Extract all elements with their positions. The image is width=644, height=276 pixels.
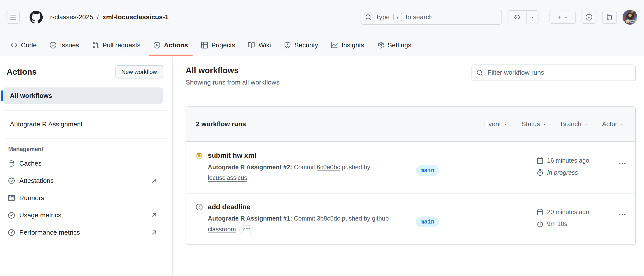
sidebar-item-label: Performance metrics [19, 229, 80, 236]
git-pull-request-icon [92, 42, 99, 48]
tab-insights[interactable]: Insights [328, 34, 368, 56]
create-new-button[interactable] [550, 10, 576, 24]
external-link-icon [151, 212, 157, 218]
run-description: Autograde R Assignment #1: Commit 3b8c5d… [208, 213, 394, 234]
copilot-menu-button[interactable] [526, 10, 538, 24]
breadcrumb-owner[interactable]: r-classes-2025 [50, 13, 93, 21]
tab-code[interactable]: Code [7, 34, 40, 56]
sidebar-divider [4, 138, 168, 138]
commit-sha-link[interactable]: 6c0a0bc [317, 164, 340, 170]
actor-link[interactable]: locusclassicus [208, 174, 247, 181]
run-workflow-ref: Autograde R Assignment #2: [208, 164, 292, 170]
triangle-down-icon [584, 122, 588, 126]
git-pull-request-icon [606, 14, 613, 20]
chevron-down-icon [530, 15, 534, 19]
shield-icon [284, 42, 291, 48]
sidebar-item-label: Caches [19, 160, 42, 167]
new-workflow-button[interactable]: New workflow [115, 65, 163, 78]
commit-sha-link[interactable]: 3b8c5dc [317, 215, 340, 222]
sidebar-item-workflow[interactable]: Autograde R Assignment [7, 118, 163, 132]
meter-icon [8, 212, 15, 218]
filter-event-dropdown[interactable]: Event [484, 120, 508, 128]
branch-badge[interactable]: main [416, 216, 439, 227]
github-logo[interactable] [30, 10, 42, 24]
hamburger-menu-button[interactable] [7, 10, 20, 24]
sidebar-item-attestations[interactable]: Attestations [7, 172, 163, 190]
header-divider [544, 13, 544, 21]
issues-dashboard-button[interactable] [582, 10, 596, 24]
code-icon [10, 42, 17, 48]
server-icon [8, 195, 15, 201]
chevron-down-icon [564, 15, 568, 19]
bot-badge: bot [239, 225, 253, 234]
pushed-by-text: pushed by [342, 215, 370, 222]
branch-badge[interactable]: main [416, 165, 439, 176]
management-heading: Management [8, 146, 163, 152]
tab-wiki[interactable]: Wiki [245, 34, 275, 56]
global-search-input[interactable]: Type / to search [361, 10, 502, 24]
top-header: r-classes-2025 / xml-locusclassicus-1 Ty… [0, 0, 644, 34]
issue-opened-icon [586, 14, 592, 20]
in-progress-icon [196, 152, 202, 183]
filter-actor-dropdown[interactable]: Actor [602, 120, 624, 128]
stopwatch-icon [537, 169, 544, 176]
run-description: Autograde R Assignment #2: Commit 6c0a0b… [208, 162, 394, 183]
sidebar-item-caches[interactable]: Caches [7, 155, 163, 172]
calendar-icon [537, 157, 544, 164]
runs-list-header: 2 workflow runs Event Status Branch [186, 107, 636, 142]
search-placeholder-prefix: Type [376, 13, 390, 21]
pushed-by-text: pushed by [342, 164, 370, 170]
run-options-button[interactable] [609, 202, 626, 218]
commit-word: Commit [294, 215, 315, 222]
tab-settings[interactable]: Settings [374, 34, 415, 56]
meter-icon [8, 229, 15, 236]
workflow-runs-list: 2 workflow runs Event Status Branch [186, 106, 636, 245]
triangle-down-icon [542, 122, 547, 126]
actions-sidebar: Actions New workflow All workflows Autog… [0, 56, 173, 276]
tab-label: Projects [212, 42, 235, 49]
header-actions: Type / to search [361, 10, 638, 24]
sidebar-item-performance-metrics[interactable]: Performance metrics [7, 224, 163, 241]
breadcrumb: r-classes-2025 / xml-locusclassicus-1 [50, 13, 168, 21]
sidebar-item-usage-metrics[interactable]: Usage metrics [7, 207, 163, 224]
book-icon [248, 42, 255, 48]
tab-security[interactable]: Security [280, 34, 322, 56]
tab-projects[interactable]: Projects [197, 34, 239, 56]
filter-branch-dropdown[interactable]: Branch [560, 120, 588, 128]
copilot-button[interactable] [508, 10, 526, 24]
run-duration: In progress [547, 166, 578, 178]
sidebar-item-label: Attestations [19, 177, 54, 184]
tab-label: Wiki [258, 42, 271, 49]
search-icon [476, 70, 483, 76]
gear-icon [377, 42, 384, 48]
sidebar-item-runners[interactable]: Runners [7, 190, 163, 207]
workflow-runs-main: All workflows Showing runs from all work… [173, 56, 644, 276]
tab-pull-requests[interactable]: Pull requests [88, 34, 144, 56]
run-title[interactable]: add deadline [208, 202, 394, 212]
filter-label: Branch [560, 120, 582, 128]
tab-issues[interactable]: Issues [46, 34, 83, 56]
breadcrumb-repo[interactable]: xml-locusclassicus-1 [102, 13, 168, 21]
filter-workflow-runs-input[interactable] [472, 64, 636, 81]
filter-label: Status [522, 120, 540, 128]
stopwatch-icon [537, 220, 544, 227]
triangle-down-icon [503, 122, 508, 126]
avatar[interactable]: PLATO [622, 10, 637, 24]
sidebar-item-all-workflows[interactable]: All workflows [3, 88, 163, 104]
external-link-icon [151, 178, 157, 184]
tab-actions[interactable]: Actions [150, 34, 192, 56]
hamburger-icon [10, 14, 16, 20]
verified-icon [8, 178, 15, 184]
run-options-button[interactable] [609, 150, 626, 167]
pull-requests-dashboard-button[interactable] [602, 10, 617, 24]
filter-status-dropdown[interactable]: Status [522, 120, 547, 128]
tab-label: Pull requests [102, 42, 140, 49]
page-title: All workflows [186, 64, 280, 76]
tab-label: Code [21, 42, 37, 49]
sidebar-divider [4, 110, 168, 111]
search-icon [365, 14, 372, 20]
kebab-horizontal-icon [619, 212, 626, 218]
run-title[interactable]: submit hw xml [208, 150, 394, 161]
slash-key-hint: / [394, 13, 402, 22]
table-icon [201, 42, 208, 48]
